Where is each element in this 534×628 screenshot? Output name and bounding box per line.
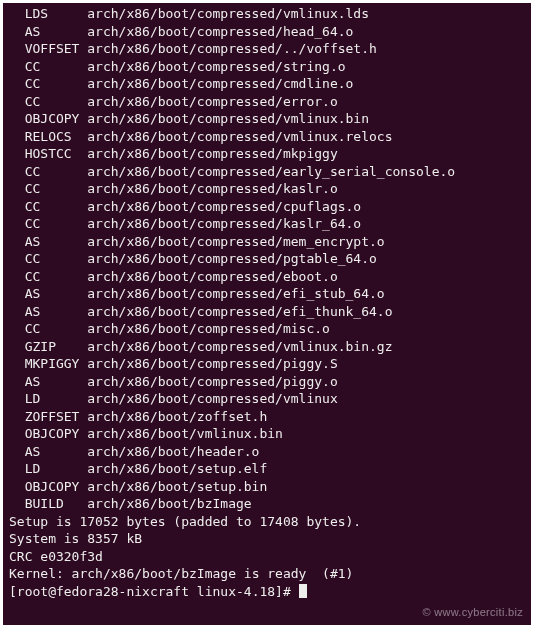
build-command: AS: [9, 303, 72, 321]
build-path: arch/x86/boot/compressed/vmlinux.bin: [72, 111, 369, 126]
build-command: LDS: [9, 5, 72, 23]
build-output-line: CC arch/x86/boot/compressed/error.o: [9, 93, 525, 111]
status-line: Setup is 17052 bytes (padded to 17408 by…: [9, 513, 525, 531]
build-output-line: CC arch/x86/boot/compressed/cmdline.o: [9, 75, 525, 93]
build-command: VOFFSET: [9, 40, 72, 58]
build-command: LD: [9, 460, 72, 478]
status-line: Kernel: arch/x86/boot/bzImage is ready (…: [9, 565, 525, 583]
build-path: arch/x86/boot/compressed/kaslr_64.o: [72, 216, 362, 231]
build-command: GZIP: [9, 338, 72, 356]
shell-prompt-line: [root@fedora28-nixcraft linux-4.18]#: [9, 583, 525, 601]
build-command: CC: [9, 58, 72, 76]
build-path: arch/x86/boot/compressed/mem_encrypt.o: [72, 234, 385, 249]
build-output-line: MKPIGGY arch/x86/boot/compressed/piggy.S: [9, 355, 525, 373]
build-command: CC: [9, 250, 72, 268]
build-output-line: CC arch/x86/boot/compressed/misc.o: [9, 320, 525, 338]
build-output-line: RELOCS arch/x86/boot/compressed/vmlinux.…: [9, 128, 525, 146]
build-path: arch/x86/boot/compressed/piggy.S: [72, 356, 338, 371]
build-command: AS: [9, 23, 72, 41]
build-path: arch/x86/boot/vmlinux.bin: [72, 426, 283, 441]
build-command: OBJCOPY: [9, 478, 72, 496]
build-path: arch/x86/boot/compressed/../voffset.h: [72, 41, 377, 56]
build-path: arch/x86/boot/compressed/misc.o: [72, 321, 330, 336]
build-command: AS: [9, 233, 72, 251]
build-command: OBJCOPY: [9, 425, 72, 443]
build-command: CC: [9, 320, 72, 338]
build-path: arch/x86/boot/compressed/efi_stub_64.o: [72, 286, 385, 301]
build-path: arch/x86/boot/compressed/vmlinux.bin.gz: [72, 339, 393, 354]
build-output-line: AS arch/x86/boot/header.o: [9, 443, 525, 461]
build-output-line: OBJCOPY arch/x86/boot/compressed/vmlinux…: [9, 110, 525, 128]
shell-prompt: [root@fedora28-nixcraft linux-4.18]#: [9, 584, 299, 599]
build-output-line: CC arch/x86/boot/compressed/eboot.o: [9, 268, 525, 286]
build-path: arch/x86/boot/zoffset.h: [72, 409, 268, 424]
build-output-line: AS arch/x86/boot/compressed/head_64.o: [9, 23, 525, 41]
build-output-line: CC arch/x86/boot/compressed/pgtable_64.o: [9, 250, 525, 268]
build-path: arch/x86/boot/compressed/vmlinux.relocs: [72, 129, 393, 144]
build-path: arch/x86/boot/compressed/piggy.o: [72, 374, 338, 389]
build-path: arch/x86/boot/compressed/pgtable_64.o: [72, 251, 377, 266]
build-command: CC: [9, 163, 72, 181]
terminal-window[interactable]: LDS arch/x86/boot/compressed/vmlinux.lds…: [3, 3, 531, 625]
build-path: arch/x86/boot/header.o: [72, 444, 260, 459]
build-command: OBJCOPY: [9, 110, 72, 128]
build-path: arch/x86/boot/compressed/vmlinux.lds: [72, 6, 369, 21]
build-output-line: OBJCOPY arch/x86/boot/setup.bin: [9, 478, 525, 496]
build-output-line: OBJCOPY arch/x86/boot/vmlinux.bin: [9, 425, 525, 443]
build-command: CC: [9, 93, 72, 111]
build-output-line: HOSTCC arch/x86/boot/compressed/mkpiggy: [9, 145, 525, 163]
build-output-line: AS arch/x86/boot/compressed/mem_encrypt.…: [9, 233, 525, 251]
build-path: arch/x86/boot/compressed/efi_thunk_64.o: [72, 304, 393, 319]
status-line: CRC e0320f3d: [9, 548, 525, 566]
build-command: CC: [9, 75, 72, 93]
build-command: ZOFFSET: [9, 408, 72, 426]
watermark-text: © www.cyberciti.biz: [422, 604, 523, 622]
build-path: arch/x86/boot/compressed/cmdline.o: [72, 76, 354, 91]
build-path: arch/x86/boot/compressed/early_serial_co…: [72, 164, 456, 179]
build-output-line: GZIP arch/x86/boot/compressed/vmlinux.bi…: [9, 338, 525, 356]
build-output-line: ZOFFSET arch/x86/boot/zoffset.h: [9, 408, 525, 426]
build-output-line: CC arch/x86/boot/compressed/kaslr.o: [9, 180, 525, 198]
build-output-line: CC arch/x86/boot/compressed/early_serial…: [9, 163, 525, 181]
build-command: MKPIGGY: [9, 355, 72, 373]
terminal-output: LDS arch/x86/boot/compressed/vmlinux.lds…: [9, 5, 525, 583]
build-path: arch/x86/boot/compressed/string.o: [72, 59, 346, 74]
build-path: arch/x86/boot/compressed/vmlinux: [72, 391, 338, 406]
status-line: System is 8357 kB: [9, 530, 525, 548]
build-output-line: AS arch/x86/boot/compressed/efi_thunk_64…: [9, 303, 525, 321]
build-command: BUILD: [9, 495, 72, 513]
build-path: arch/x86/boot/setup.bin: [72, 479, 268, 494]
build-output-line: AS arch/x86/boot/compressed/efi_stub_64.…: [9, 285, 525, 303]
build-command: CC: [9, 268, 72, 286]
build-path: arch/x86/boot/bzImage: [72, 496, 252, 511]
build-output-line: CC arch/x86/boot/compressed/cpuflags.o: [9, 198, 525, 216]
build-path: arch/x86/boot/compressed/kaslr.o: [72, 181, 338, 196]
build-command: HOSTCC: [9, 145, 72, 163]
build-command: CC: [9, 180, 72, 198]
build-command: AS: [9, 373, 72, 391]
build-output-line: VOFFSET arch/x86/boot/compressed/../voff…: [9, 40, 525, 58]
build-command: LD: [9, 390, 72, 408]
build-path: arch/x86/boot/compressed/error.o: [72, 94, 338, 109]
build-path: arch/x86/boot/setup.elf: [72, 461, 268, 476]
build-output-line: LD arch/x86/boot/compressed/vmlinux: [9, 390, 525, 408]
build-path: arch/x86/boot/compressed/head_64.o: [72, 24, 354, 39]
build-command: AS: [9, 443, 72, 461]
build-output-line: CC arch/x86/boot/compressed/kaslr_64.o: [9, 215, 525, 233]
build-path: arch/x86/boot/compressed/cpuflags.o: [72, 199, 362, 214]
build-path: arch/x86/boot/compressed/mkpiggy: [72, 146, 338, 161]
build-command: CC: [9, 198, 72, 216]
build-output-line: LD arch/x86/boot/setup.elf: [9, 460, 525, 478]
build-output-line: BUILD arch/x86/boot/bzImage: [9, 495, 525, 513]
build-command: AS: [9, 285, 72, 303]
build-output-line: LDS arch/x86/boot/compressed/vmlinux.lds: [9, 5, 525, 23]
build-path: arch/x86/boot/compressed/eboot.o: [72, 269, 338, 284]
build-output-line: AS arch/x86/boot/compressed/piggy.o: [9, 373, 525, 391]
build-command: RELOCS: [9, 128, 72, 146]
build-command: CC: [9, 215, 72, 233]
build-output-line: CC arch/x86/boot/compressed/string.o: [9, 58, 525, 76]
cursor-icon: [299, 584, 307, 598]
